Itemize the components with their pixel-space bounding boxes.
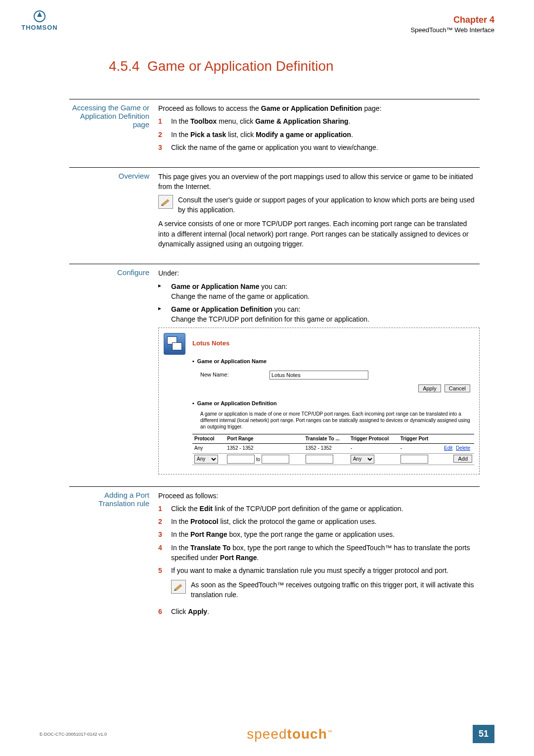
table-add-row: Any to Any Add (192, 453, 474, 465)
thomson-icon (33, 10, 46, 23)
adding-step: 6Click Apply. (158, 607, 480, 616)
accessing-step: 2In the Pick a task list, click Modify a… (158, 130, 480, 140)
th-trigproto: Trigger Protocol (349, 434, 399, 444)
ui-title: Lotus Notes (192, 339, 229, 348)
accessing-step: 3Click the name of the game or applicati… (158, 142, 480, 152)
ui-desc: A game or application is made of one or … (200, 411, 474, 430)
doc-reference: E-DOC-CTC-20051017-0142 v1.0 (40, 732, 107, 737)
thomson-logo: THOMSON (20, 10, 59, 31)
section-label-configure: Configure (69, 268, 158, 474)
trigport-input[interactable] (400, 455, 428, 464)
thomson-text: THOMSON (20, 24, 59, 31)
trigproto-select[interactable]: Any (351, 455, 374, 464)
newname-input[interactable] (269, 371, 368, 379)
note-icon (171, 580, 186, 594)
overview-note: Consult the user's guide or support page… (178, 195, 480, 215)
speedtouch-logo: speedtouch™ (247, 726, 333, 742)
newname-label: New Name: (200, 371, 269, 379)
adding-step: 1Click the Edit link of the TCP/UDP port… (158, 504, 480, 514)
page-title: Game or Application Definition (147, 58, 334, 74)
adding-step: 3In the Port Range box, type the port ra… (158, 529, 480, 539)
accessing-intro: Proceed as follows to access the Game or… (158, 103, 480, 113)
app-icon (164, 333, 185, 355)
port-table: Protocol Port Range Translate To ... Tri… (192, 434, 474, 465)
note-icon (158, 195, 173, 209)
configure-under: Under: (158, 268, 480, 278)
chapter-subhead: SpeedTouch™ Web Interface (40, 26, 494, 34)
table-row: Any 1352 - 1352 1352 - 1352 - - Edit Del… (192, 444, 474, 454)
overview-p1: This page gives you an overview of the p… (158, 172, 480, 192)
edit-link[interactable]: Edit (444, 445, 452, 451)
overview-p2: A service consists of one or more TCP/UD… (158, 219, 480, 249)
ui-section-def: Game or Application Definition (192, 400, 474, 408)
divider (69, 264, 480, 264)
portrange-from-input[interactable] (227, 455, 255, 464)
divider (69, 167, 480, 168)
section-label-adding: Adding a Port Translation rule (69, 491, 158, 620)
adding-note: As soon as the SpeedTouch™ receives outg… (191, 580, 480, 600)
accessing-step: 1In the Toolbox menu, click Game & Appli… (158, 116, 480, 126)
configure-item: Game or Application Definition you can:C… (158, 304, 480, 325)
adding-step: 4In the Translate To box, type the port … (158, 543, 480, 563)
protocol-select[interactable]: Any (194, 455, 218, 464)
cancel-button[interactable]: Cancel (445, 384, 470, 392)
section-label-overview: Overview (69, 172, 158, 252)
divider (69, 99, 480, 99)
adding-step: 5 If you want to make a dynamic translat… (158, 566, 480, 604)
portrange-to-input[interactable] (262, 455, 289, 464)
divider (69, 486, 480, 487)
chapter-label: Chapter 4 (40, 15, 494, 25)
delete-link[interactable]: Delete (456, 445, 470, 451)
adding-intro: Proceed as follows: (158, 491, 480, 501)
th-actions (436, 434, 474, 444)
th-trigport: Trigger Port (399, 434, 436, 444)
ui-section-name: Game or Application Name (192, 358, 474, 366)
configure-item: Game or Application Name you can:Change … (158, 282, 480, 302)
th-portrange: Port Range (225, 434, 303, 444)
section-number: 4.5.4 (109, 58, 139, 74)
adding-step: 2In the Protocol list, click the protoco… (158, 517, 480, 526)
th-translate: Translate To ... (304, 434, 349, 444)
translate-input[interactable] (306, 455, 333, 464)
embedded-ui-screenshot: Lotus Notes Game or Application Name New… (158, 328, 480, 474)
section-label-accessing: Accessing the Game or Application Defini… (69, 103, 158, 155)
page-number: 51 (473, 725, 494, 743)
th-protocol: Protocol (192, 434, 225, 444)
add-button[interactable]: Add (453, 455, 472, 463)
apply-button[interactable]: Apply (418, 384, 441, 392)
